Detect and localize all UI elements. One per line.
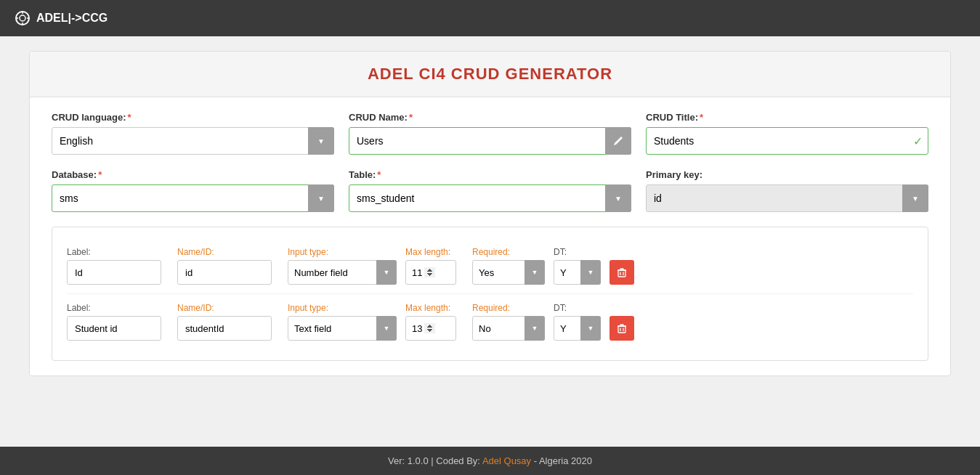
field-maxlen-input-2[interactable] bbox=[405, 316, 456, 341]
col-dt-header-1: DT: bbox=[554, 247, 601, 257]
col-required-header-1: Required: bbox=[472, 247, 545, 257]
field-label-input-1[interactable] bbox=[67, 260, 161, 285]
field-group-required-1: Required: Yes No bbox=[472, 247, 545, 285]
form-group-crud-name: CRUD Name:* bbox=[349, 112, 631, 155]
field-dt-select-wrapper-1: Y N bbox=[554, 260, 601, 285]
col-inputtype-header-2: Input type: bbox=[288, 303, 397, 313]
field-group-inputtype-1: Input type: Number field Text field Emai… bbox=[288, 247, 397, 285]
delete-field-button-2[interactable] bbox=[610, 316, 634, 341]
database-select-wrapper: sms bbox=[52, 184, 334, 212]
main-card: ADEL CI4 CRUD GENERATOR CRUD language:* … bbox=[29, 51, 951, 376]
crud-language-label: CRUD language:* bbox=[52, 112, 334, 123]
field-dt-select-1[interactable]: Y N bbox=[554, 260, 597, 285]
footer-author-link[interactable]: Adel Qusay bbox=[482, 455, 531, 466]
field-required-select-1[interactable]: Yes No bbox=[472, 260, 545, 285]
col-maxlen-header-2: Max length: bbox=[405, 303, 463, 313]
checkmark-icon: ✓ bbox=[913, 134, 923, 148]
card-header: ADEL CI4 CRUD GENERATOR bbox=[30, 52, 950, 97]
crud-title-input-wrapper: ✓ bbox=[646, 127, 928, 155]
field-group-label-1: Label: bbox=[67, 247, 169, 285]
database-label: Database:* bbox=[52, 169, 334, 180]
field-nameid-input-2[interactable] bbox=[177, 316, 272, 341]
form-row-1: CRUD language:* English French Arabic bbox=[52, 112, 928, 155]
crud-name-edit-icon bbox=[605, 127, 631, 155]
form-group-language: CRUD language:* English French Arabic bbox=[52, 112, 334, 155]
crud-language-select[interactable]: English French Arabic bbox=[52, 127, 334, 155]
field-label-input-2[interactable] bbox=[67, 316, 161, 341]
field-maxlen-wrap-2 bbox=[405, 316, 463, 341]
field-group-dt-2: DT: Y N bbox=[554, 303, 601, 341]
field-group-dt-1: DT: Y N bbox=[554, 247, 601, 285]
crud-name-label: CRUD Name:* bbox=[349, 112, 631, 123]
primary-key-select-wrapper: id bbox=[646, 184, 928, 212]
col-maxlen-header-1: Max length: bbox=[405, 247, 463, 257]
crud-title-input[interactable] bbox=[646, 127, 928, 155]
field-required-select-2[interactable]: No Yes bbox=[472, 316, 545, 341]
svg-point-1 bbox=[20, 15, 25, 21]
field-dt-select-2[interactable]: Y N bbox=[554, 316, 597, 341]
field-group-inputtype-2: Input type: Text field Number field Emai… bbox=[288, 303, 397, 341]
primary-key-label: Primary key: bbox=[646, 169, 928, 180]
header-title: ADEL|->CCG bbox=[36, 12, 108, 25]
field-group-label-2: Label: bbox=[67, 303, 169, 341]
col-nameid-header-1: Name/ID: bbox=[177, 247, 279, 257]
card-title: ADEL CI4 CRUD GENERATOR bbox=[44, 65, 936, 84]
crud-language-select-wrapper: English French Arabic bbox=[52, 127, 334, 155]
required-star-table: * bbox=[377, 169, 381, 180]
table-select[interactable]: sms_student bbox=[349, 184, 631, 212]
field-group-required-2: Required: No Yes bbox=[472, 303, 545, 341]
required-star-title: * bbox=[700, 112, 703, 123]
field-group-maxlen-2: Max length: bbox=[405, 303, 463, 341]
form-group-crud-title: CRUD Title:* ✓ bbox=[646, 112, 928, 155]
trash-icon-1 bbox=[617, 267, 627, 277]
col-required-header-2: Required: bbox=[472, 303, 545, 313]
crud-name-input[interactable] bbox=[349, 127, 631, 155]
footer-suffix: - Algeria 2020 bbox=[534, 455, 592, 466]
field-inputtype-select-2[interactable]: Text field Number field Email field Pass… bbox=[288, 316, 397, 341]
card-body: CRUD language:* English French Arabic bbox=[30, 97, 950, 375]
field-group-nameid-1: Name/ID: bbox=[177, 247, 279, 285]
delete-field-button-1[interactable] bbox=[610, 260, 634, 285]
col-label-header-2: Label: bbox=[67, 303, 169, 313]
field-nameid-input-1[interactable] bbox=[177, 260, 272, 285]
field-inputtype-select-wrapper-2: Text field Number field Email field Pass… bbox=[288, 316, 397, 341]
field-dt-select-wrapper-2: Y N bbox=[554, 316, 601, 341]
fields-card: Label: Name/ID: Input type: Number field bbox=[52, 227, 928, 361]
form-row-2: Database:* sms Table:* bbox=[52, 169, 928, 212]
col-dt-header-2: DT: bbox=[554, 303, 601, 313]
required-star-language: * bbox=[128, 112, 131, 123]
col-nameid-header-2: Name/ID: bbox=[177, 303, 279, 313]
required-star-name: * bbox=[409, 112, 413, 123]
form-group-primary-key: Primary key: id bbox=[646, 169, 928, 212]
crud-title-label: CRUD Title:* bbox=[646, 112, 928, 123]
footer-text: Ver: 1.0.0 | Coded By: bbox=[388, 455, 480, 466]
field-required-select-wrapper-2: No Yes bbox=[472, 316, 545, 341]
app-logo: ADEL|->CCG bbox=[15, 10, 108, 26]
field-maxlen-input-1[interactable] bbox=[405, 260, 456, 285]
field-row-1: Label: Name/ID: Input type: Number field bbox=[67, 238, 913, 294]
field-maxlen-wrap-1 bbox=[405, 260, 463, 285]
app-footer: Ver: 1.0.0 | Coded By: Adel Qusay - Alge… bbox=[0, 447, 980, 475]
table-select-wrapper: sms_student bbox=[349, 184, 631, 212]
required-star-db: * bbox=[98, 169, 102, 180]
field-group-nameid-2: Name/ID: bbox=[177, 303, 279, 341]
col-inputtype-header-1: Input type: bbox=[288, 247, 397, 257]
field-inputtype-select-1[interactable]: Number field Text field Email field Pass… bbox=[288, 260, 397, 285]
field-required-select-wrapper-1: Yes No bbox=[472, 260, 545, 285]
svg-rect-6 bbox=[618, 270, 625, 277]
col-label-header-1: Label: bbox=[67, 247, 169, 257]
field-group-maxlen-1: Max length: bbox=[405, 247, 463, 285]
form-group-table: Table:* sms_student bbox=[349, 169, 631, 212]
primary-key-select[interactable]: id bbox=[646, 184, 928, 212]
app-header: ADEL|->CCG bbox=[0, 0, 980, 36]
field-inputtype-select-wrapper-1: Number field Text field Email field Pass… bbox=[288, 260, 397, 285]
logo-icon bbox=[15, 10, 31, 26]
field-row-2: Label: Name/ID: Input type: Text field bbox=[67, 294, 913, 349]
crud-name-input-wrapper bbox=[349, 127, 631, 155]
svg-rect-9 bbox=[618, 326, 625, 333]
table-label: Table:* bbox=[349, 169, 631, 180]
form-group-database: Database:* sms bbox=[52, 169, 334, 212]
trash-icon-2 bbox=[617, 323, 627, 333]
database-select[interactable]: sms bbox=[52, 184, 334, 212]
main-content: ADEL CI4 CRUD GENERATOR CRUD language:* … bbox=[0, 36, 980, 447]
